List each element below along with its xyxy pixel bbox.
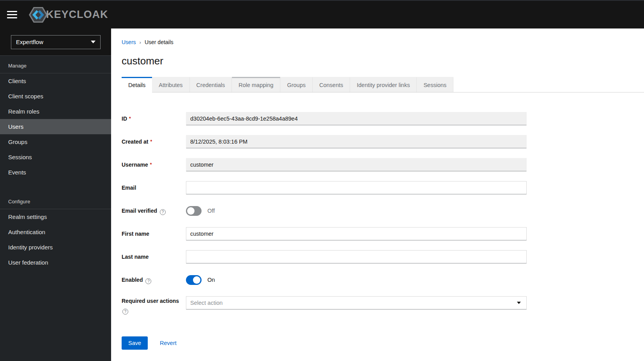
- email-verified-toggle[interactable]: [186, 206, 202, 216]
- form-row-required-user-actions: Required user actions ? Select action: [122, 296, 644, 315]
- select-placeholder: Select action: [190, 300, 223, 306]
- created-at-field: [186, 135, 527, 148]
- toggle-knob: [193, 276, 200, 284]
- enabled-toggle[interactable]: [186, 275, 202, 285]
- sidebar-item-identity-providers[interactable]: Identity providers: [0, 240, 111, 255]
- required-asterisk: *: [150, 162, 152, 167]
- sidebar-item-client-scopes[interactable]: Client scopes: [0, 89, 111, 104]
- main-content: Users › User details customer Details At…: [111, 28, 644, 350]
- form-row-email-verified: Email verified? Off: [122, 204, 644, 217]
- save-button[interactable]: Save: [122, 336, 148, 350]
- realm-name: Expertflow: [16, 39, 43, 45]
- form-row-first-name: First name: [122, 227, 644, 240]
- keycloak-brand[interactable]: KEYCLOAK: [28, 6, 108, 24]
- keycloak-logo-icon: [28, 6, 48, 24]
- enabled-label: Enabled?: [122, 273, 186, 286]
- sidebar-item-users[interactable]: Users: [0, 119, 111, 134]
- masthead: KEYCLOAK: [0, 0, 644, 28]
- breadcrumb: Users › User details: [122, 39, 644, 45]
- tab-role-mapping[interactable]: Role mapping: [232, 77, 280, 92]
- required-asterisk: *: [150, 139, 152, 144]
- enabled-state: On: [207, 277, 215, 283]
- sidebar-item-authentication[interactable]: Authentication: [0, 224, 111, 240]
- sidebar-item-groups[interactable]: Groups: [0, 134, 111, 149]
- toggle-knob: [187, 207, 195, 215]
- sidebar-item-events[interactable]: Events: [0, 165, 111, 180]
- nav-section-manage: Manage Clients Client scopes Realm roles…: [0, 56, 111, 180]
- sidebar-item-clients[interactable]: Clients: [0, 73, 111, 89]
- hamburger-menu-icon[interactable]: [7, 11, 17, 18]
- last-name-field[interactable]: [186, 250, 527, 263]
- chevron-down-icon: [91, 41, 96, 43]
- sidebar-item-realm-roles[interactable]: Realm roles: [0, 104, 111, 119]
- email-label: Email: [122, 181, 186, 194]
- first-name-label: First name: [122, 227, 186, 240]
- tab-credentials[interactable]: Credentials: [190, 77, 232, 92]
- help-icon[interactable]: ?: [122, 309, 128, 315]
- form-row-last-name: Last name: [122, 250, 644, 263]
- breadcrumb-users-link[interactable]: Users: [122, 39, 136, 45]
- chevron-right-icon: ›: [140, 39, 141, 45]
- id-label: ID*: [122, 112, 186, 125]
- first-name-field[interactable]: [186, 227, 527, 240]
- nav-section-title: Configure: [0, 192, 111, 209]
- form-row-enabled: Enabled? On: [122, 273, 644, 286]
- id-field: [186, 112, 527, 125]
- required-user-actions-select[interactable]: Select action: [186, 296, 527, 309]
- email-field[interactable]: [186, 181, 527, 194]
- sidebar: Expertflow Manage Clients Client scopes …: [0, 28, 111, 361]
- page-title: customer: [122, 55, 644, 67]
- nav-section-configure: Configure Realm settings Authentication …: [0, 192, 111, 270]
- brand-text: KEYCLOAK: [46, 9, 108, 21]
- breadcrumb-current: User details: [145, 39, 173, 45]
- required-asterisk: *: [129, 116, 131, 121]
- realm-switcher[interactable]: Expertflow: [11, 35, 101, 49]
- username-field: [186, 158, 527, 171]
- tab-bar: Details Attributes Credentials Role mapp…: [122, 77, 644, 92]
- help-icon[interactable]: ?: [160, 209, 166, 215]
- required-user-actions-label: Required user actions ?: [122, 296, 186, 315]
- realm-selector-area: Expertflow: [0, 28, 111, 56]
- username-label: Username*: [122, 158, 186, 171]
- keycloak-admin-console: KEYCLOAK Expertflow Manage Clients Clien…: [0, 0, 644, 361]
- tab-consents[interactable]: Consents: [313, 77, 350, 92]
- revert-link[interactable]: Revert: [160, 340, 177, 346]
- tab-details[interactable]: Details: [122, 77, 152, 92]
- form-row-created-at: Created at*: [122, 135, 644, 148]
- nav-section-title: Manage: [0, 56, 111, 73]
- caret-down-icon: [517, 302, 521, 304]
- tab-identity-provider-links[interactable]: Identity provider links: [350, 77, 417, 92]
- created-at-label: Created at*: [122, 135, 186, 148]
- form-row-username: Username*: [122, 158, 644, 171]
- tab-sessions[interactable]: Sessions: [417, 77, 453, 92]
- tab-attributes[interactable]: Attributes: [152, 77, 189, 92]
- email-verified-state: Off: [207, 208, 215, 214]
- user-details-form: ID* Created at* Username*: [122, 112, 644, 350]
- help-icon[interactable]: ?: [145, 278, 151, 284]
- sidebar-item-user-federation[interactable]: User federation: [0, 255, 111, 270]
- form-row-email: Email: [122, 181, 644, 194]
- form-actions: Save Revert: [122, 336, 644, 350]
- email-verified-label: Email verified?: [122, 204, 186, 217]
- sidebar-item-realm-settings[interactable]: Realm settings: [0, 209, 111, 224]
- tab-groups[interactable]: Groups: [280, 77, 313, 92]
- form-row-id: ID*: [122, 112, 644, 125]
- sidebar-item-sessions[interactable]: Sessions: [0, 149, 111, 165]
- last-name-label: Last name: [122, 250, 186, 263]
